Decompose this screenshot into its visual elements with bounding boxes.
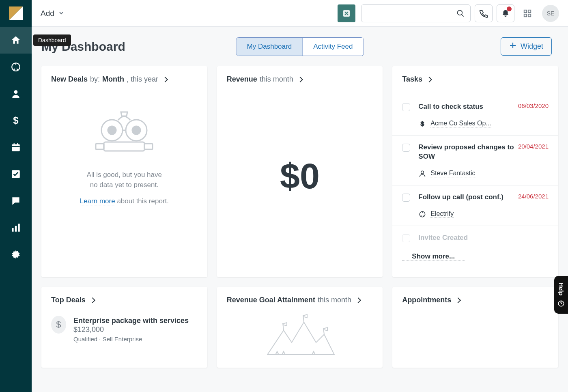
svg-point-27 bbox=[421, 171, 424, 174]
page-header: My Dashboard My Dashboard Activity Feed … bbox=[32, 27, 568, 66]
task-checkbox[interactable] bbox=[402, 103, 410, 111]
search-input[interactable] bbox=[367, 10, 456, 17]
svg-rect-10 bbox=[15, 226, 17, 232]
task-list: Call to check status 06/03/2020 $ Acme C… bbox=[392, 95, 558, 250]
tooltip-dashboard: Dashboard bbox=[33, 34, 71, 46]
chevron-right-icon bbox=[90, 297, 95, 303]
dollar-icon: $ bbox=[418, 120, 426, 128]
tab-activity-feed[interactable]: Activity Feed bbox=[303, 38, 363, 56]
revenue-header[interactable]: Revenue this month bbox=[227, 75, 373, 84]
sidebar: Dashboard $ bbox=[0, 0, 32, 392]
widget-label: Widget bbox=[521, 42, 543, 51]
revenue-goal-header[interactable]: Revenue Goal Attainment this month bbox=[227, 296, 373, 304]
search-icon bbox=[456, 9, 465, 18]
new-deals-header[interactable]: New Deals by: Month , this year bbox=[51, 75, 198, 84]
chevron-right-icon bbox=[297, 76, 303, 82]
chevron-right-icon bbox=[162, 76, 168, 82]
chevron-right-icon bbox=[455, 297, 461, 303]
svg-rect-18 bbox=[528, 14, 531, 16]
view-segments: My Dashboard Activity Feed bbox=[236, 37, 364, 56]
card-new-deals: New Deals by: Month , this year All is g… bbox=[41, 66, 207, 277]
card-revenue-goal: Revenue Goal Attainment this month bbox=[217, 287, 383, 368]
svg-rect-5 bbox=[12, 144, 20, 151]
svg-rect-17 bbox=[524, 14, 527, 16]
nav-chat[interactable] bbox=[0, 187, 32, 214]
svg-rect-24 bbox=[96, 144, 104, 149]
svg-rect-9 bbox=[12, 228, 13, 232]
svg-rect-25 bbox=[144, 144, 153, 149]
avatar[interactable]: SE bbox=[542, 5, 559, 22]
add-menu[interactable]: Add bbox=[41, 9, 64, 18]
learn-more-link[interactable]: Learn more bbox=[80, 197, 115, 205]
svg-point-21 bbox=[108, 126, 116, 134]
add-label: Add bbox=[41, 9, 54, 18]
cards-grid: New Deals by: Month , this year All is g… bbox=[32, 66, 568, 377]
card-top-deals: Top Deals $ Enterprise package with serv… bbox=[41, 287, 207, 368]
task-title: Follow up call (post conf.) bbox=[418, 193, 514, 202]
notifications-button[interactable] bbox=[497, 4, 514, 22]
task-row: Review proposed changes to SOW 20/04/202… bbox=[392, 135, 558, 185]
svg-rect-15 bbox=[524, 10, 527, 12]
chevron-down-icon bbox=[58, 9, 64, 18]
svg-point-22 bbox=[132, 126, 140, 134]
empty-state: All is good, but you have no data yet to… bbox=[51, 100, 198, 206]
task-row: Call to check status 06/03/2020 $ Acme C… bbox=[392, 95, 558, 135]
svg-rect-6 bbox=[14, 143, 15, 145]
svg-text:$: $ bbox=[13, 115, 18, 126]
phone-button[interactable] bbox=[475, 4, 493, 22]
appointments-header[interactable]: Appointments bbox=[402, 296, 549, 304]
svg-rect-11 bbox=[18, 224, 19, 232]
task-row: Invitee Created bbox=[392, 226, 558, 250]
task-checkbox[interactable] bbox=[402, 194, 410, 202]
add-widget-button[interactable]: Widget bbox=[501, 37, 552, 56]
nav-calendar[interactable] bbox=[0, 134, 32, 161]
tasks-header[interactable]: Tasks bbox=[392, 75, 558, 84]
task-link[interactable]: $ Acme Co Sales Op... bbox=[418, 120, 549, 128]
task-title: Invitee Created bbox=[418, 233, 544, 243]
help-icon bbox=[557, 300, 565, 307]
notification-dot bbox=[507, 6, 512, 11]
nav-deals[interactable]: $ bbox=[0, 107, 32, 134]
top-deals-header[interactable]: Top Deals bbox=[51, 296, 198, 304]
svg-text:$: $ bbox=[421, 120, 424, 127]
nav-dashboard[interactable]: Dashboard bbox=[0, 27, 32, 54]
task-date: 24/06/2021 bbox=[518, 193, 549, 200]
plus-icon bbox=[509, 42, 516, 51]
dollar-icon: $ bbox=[51, 316, 66, 334]
nav-contacts[interactable] bbox=[0, 80, 32, 107]
deal-row[interactable]: $ Enterprise package with services $123,… bbox=[51, 316, 198, 342]
nav-leads[interactable] bbox=[0, 54, 32, 80]
content: My Dashboard My Dashboard Activity Feed … bbox=[32, 27, 568, 392]
person-icon bbox=[418, 170, 426, 178]
topbar: Add SE bbox=[32, 0, 568, 27]
task-date: 06/03/2020 bbox=[518, 102, 549, 109]
task-date: 20/04/2021 bbox=[518, 143, 549, 150]
search-box[interactable] bbox=[361, 4, 471, 22]
svg-point-14 bbox=[457, 10, 462, 15]
task-checkbox[interactable] bbox=[402, 144, 410, 152]
nav-settings[interactable] bbox=[0, 241, 32, 268]
lead-icon bbox=[418, 210, 426, 218]
task-link[interactable]: Steve Fantastic bbox=[418, 170, 549, 178]
help-button[interactable]: Help bbox=[554, 276, 568, 314]
svg-rect-7 bbox=[17, 143, 18, 145]
mountain-illustration bbox=[263, 314, 336, 359]
pinned-close[interactable] bbox=[338, 4, 355, 22]
task-title: Call to check status bbox=[418, 102, 514, 112]
svg-point-3 bbox=[14, 90, 18, 94]
card-tasks: Tasks Call to check status 06/03/2020 $ … bbox=[392, 66, 558, 277]
card-appointments: Appointments bbox=[392, 287, 558, 368]
binoculars-illustration bbox=[84, 108, 165, 157]
nav-reports[interactable] bbox=[0, 214, 32, 241]
logo[interactable] bbox=[0, 0, 32, 27]
svg-rect-23 bbox=[104, 142, 144, 151]
svg-rect-16 bbox=[528, 10, 531, 12]
apps-button[interactable] bbox=[519, 4, 536, 22]
nav-tasks[interactable] bbox=[0, 161, 32, 187]
show-more-link[interactable]: Show more... bbox=[402, 252, 465, 261]
tab-my-dashboard[interactable]: My Dashboard bbox=[237, 38, 303, 56]
task-row: Follow up call (post conf.) 24/06/2021 E… bbox=[392, 185, 558, 226]
task-checkbox[interactable] bbox=[402, 234, 410, 242]
task-link[interactable]: Electrify bbox=[418, 210, 549, 218]
task-title: Review proposed changes to SOW bbox=[418, 143, 514, 162]
